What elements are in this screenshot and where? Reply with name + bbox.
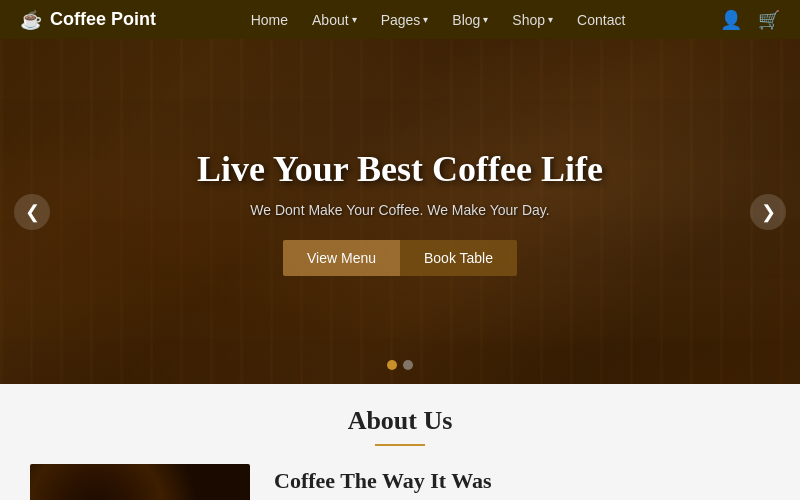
- about-heading: About Us: [0, 406, 800, 436]
- hero-subtitle: We Dont Make Your Coffee. We Make Your D…: [0, 202, 800, 218]
- slide-dot-2[interactable]: [403, 360, 413, 370]
- next-arrow-icon: ❯: [761, 201, 776, 223]
- nav-links: Home About Pages Blog Shop Contact: [241, 0, 636, 39]
- user-icon[interactable]: 👤: [720, 9, 742, 31]
- about-divider: [375, 444, 425, 446]
- nav-blog[interactable]: Blog: [442, 0, 498, 39]
- about-section: About Us Coffee The Way It Was: [0, 384, 800, 500]
- prev-slide-button[interactable]: ❮: [14, 194, 50, 230]
- nav-icons: 👤 🛒: [720, 9, 780, 31]
- prev-arrow-icon: ❮: [25, 201, 40, 223]
- book-table-button[interactable]: Book Table: [400, 240, 517, 276]
- nav-home[interactable]: Home: [241, 0, 298, 39]
- next-slide-button[interactable]: ❯: [750, 194, 786, 230]
- nav-shop[interactable]: Shop: [502, 0, 563, 39]
- brand[interactable]: ☕ Coffee Point: [20, 9, 156, 31]
- nav-about[interactable]: About: [302, 0, 367, 39]
- coffee-heading: Coffee The Way It Was: [274, 464, 492, 494]
- about-content: Coffee The Way It Was: [0, 464, 800, 500]
- slider-dots: [387, 360, 413, 370]
- view-menu-button[interactable]: View Menu: [283, 240, 400, 276]
- hero-buttons: View Menu Book Table: [0, 240, 800, 276]
- hero-content: Live Your Best Coffee Life We Dont Make …: [0, 148, 800, 276]
- about-text-block: Coffee The Way It Was: [274, 464, 492, 494]
- brand-icon: ☕: [20, 9, 42, 31]
- cart-icon[interactable]: 🛒: [758, 9, 780, 31]
- hero-slider: ❮ Live Your Best Coffee Life We Dont Mak…: [0, 39, 800, 384]
- hero-title: Live Your Best Coffee Life: [0, 148, 800, 190]
- navbar: ☕ Coffee Point Home About Pages Blog Sho…: [0, 0, 800, 39]
- brand-name: Coffee Point: [50, 9, 156, 30]
- about-image: [30, 464, 250, 500]
- nav-pages[interactable]: Pages: [371, 0, 439, 39]
- nav-contact[interactable]: Contact: [567, 0, 635, 39]
- slide-dot-1[interactable]: [387, 360, 397, 370]
